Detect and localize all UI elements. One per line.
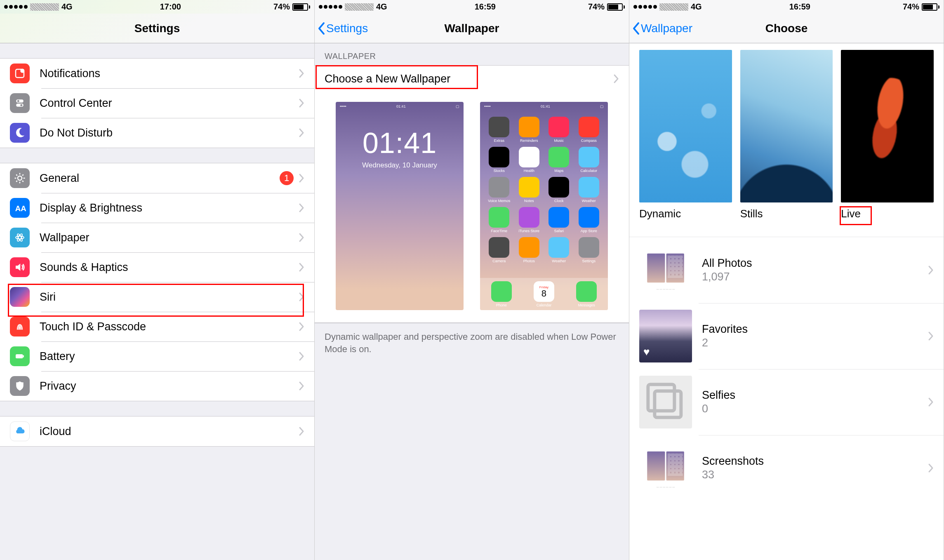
privacy-icon (10, 376, 30, 396)
chevron-right-icon (299, 203, 304, 213)
row-label: Notifications (40, 67, 299, 80)
settings-screen: 4G 17:00 74% Settings Notifications Cont… (0, 0, 315, 560)
notification-badge: 1 (280, 171, 294, 185)
album-count: 2 (702, 336, 928, 349)
app-calculator: Calculator (576, 147, 603, 173)
nav-bar: Settings (0, 14, 314, 43)
app-music: Music (546, 117, 572, 143)
chevron-right-icon (299, 128, 304, 138)
row-battery[interactable]: Battery (0, 341, 314, 371)
chevron-right-icon (299, 98, 304, 108)
album-thumb (639, 376, 692, 428)
do-not-disturb-icon (10, 123, 30, 143)
row-choose-new-wallpaper[interactable]: Choose a New Wallpaper (315, 66, 629, 92)
row-label: Privacy (40, 380, 299, 393)
status-time: 16:59 (789, 2, 810, 12)
category-label: Dynamic (639, 207, 681, 220)
app-safari: Safari (546, 207, 572, 233)
battery-percent: 74% (903, 2, 919, 12)
chevron-right-icon (299, 426, 304, 436)
footer-note: Dynamic wallpaper and perspective zoom a… (315, 323, 629, 362)
app-camera: Camera (486, 237, 513, 263)
app-weather: Weather (576, 177, 603, 203)
home-app-grid: ExtrasRemindersMusicCompassStocksHealthM… (486, 117, 602, 263)
battery-icon (607, 3, 625, 11)
status-bar: 4G 16:59 74% (629, 0, 944, 14)
settings-group-1: Notifications Control Center Do Not Dist… (0, 58, 314, 148)
album-selfies[interactable]: Selfies 0 (629, 369, 944, 435)
status-bar: 4G 17:00 74% (0, 0, 314, 14)
app-reminders: Reminders (516, 117, 543, 143)
preview-date: Wednesday, 10 January (362, 161, 437, 169)
nav-bar: Wallpaper Choose (629, 14, 944, 43)
category-dynamic[interactable]: Dynamic (639, 50, 732, 220)
chevron-right-icon (928, 331, 934, 341)
stills-thumb (740, 50, 833, 202)
category-live[interactable]: Live (841, 50, 934, 220)
app-settings: Settings (576, 237, 603, 263)
row-label: Sounds & Haptics (40, 261, 299, 274)
settings-group-3: iCloud (0, 416, 314, 447)
category-stills[interactable]: Stills (740, 50, 833, 220)
wallpaper-choose-group: Choose a New Wallpaper •••••01:41▢ 01:41… (315, 65, 629, 323)
album-thumb: ♥ (639, 310, 692, 362)
status-time: 16:59 (475, 2, 496, 12)
signal-dots-icon (633, 5, 657, 9)
nav-title: Wallpaper (445, 22, 499, 35)
nav-bar: Settings Wallpaper (315, 14, 629, 43)
row-do-not-disturb[interactable]: Do Not Disturb (0, 118, 314, 148)
album-thumb: — — — — — — (639, 442, 692, 494)
svg-point-11 (16, 236, 24, 239)
album-count: 1,097 (702, 271, 928, 283)
status-bar: 4G 16:59 74% (315, 0, 629, 14)
row-control-center[interactable]: Control Center (0, 88, 314, 118)
album-count: 33 (702, 468, 928, 481)
battery-percent: 74% (588, 2, 605, 12)
row-label: Siri (40, 291, 299, 304)
home-dock: PhoneFriday8CalendarMessages (480, 278, 608, 310)
album-name: All Photos (702, 257, 928, 270)
app-stocks: Stocks (486, 147, 513, 173)
row-notifications[interactable]: Notifications (0, 59, 314, 88)
chevron-right-icon (928, 463, 934, 473)
section-header-wallpaper: WALLPAPER (315, 43, 629, 65)
heart-icon: ♥ (643, 346, 650, 358)
signal-dots-icon (319, 5, 342, 9)
row-icloud[interactable]: iCloud (0, 416, 314, 446)
chevron-right-icon (299, 381, 304, 391)
row-touch-id-passcode[interactable]: Touch ID & Passcode (0, 312, 314, 341)
album-all-photos[interactable]: — — — — — — All Photos 1,097 (629, 237, 944, 303)
app-extras: Extras (486, 117, 513, 143)
lock-screen-preview[interactable]: •••••01:41▢ 01:41 Wednesday, 10 January (336, 102, 464, 310)
row-sounds-haptics[interactable]: Sounds & Haptics (0, 252, 314, 282)
live-thumb (841, 50, 934, 202)
album-screenshots[interactable]: — — — — — — Screenshots 33 (629, 435, 944, 501)
row-privacy[interactable]: Privacy (0, 371, 314, 401)
row-display-brightness[interactable]: AA Display & Brightness (0, 193, 314, 223)
back-button[interactable]: Settings (317, 21, 368, 35)
album-name: Screenshots (702, 455, 928, 468)
row-general[interactable]: General 1 (0, 163, 314, 193)
network-type: 4G (691, 2, 702, 12)
svg-rect-20 (654, 391, 681, 417)
icloud-icon (10, 421, 30, 441)
row-siri[interactable]: Siri (0, 282, 314, 312)
home-screen-preview[interactable]: •••••01:41▢ ExtrasRemindersMusicCompassS… (480, 102, 608, 310)
album-favorites[interactable]: ♥ Favorites 2 (629, 303, 944, 369)
app-maps: Maps (546, 147, 572, 173)
back-button[interactable]: Wallpaper (632, 21, 692, 35)
display-icon: AA (10, 198, 30, 218)
app-clock: Clock (546, 177, 572, 203)
carrier-label (659, 3, 688, 11)
chevron-right-icon (299, 262, 304, 272)
wallpaper-previews: •••••01:41▢ 01:41 Wednesday, 10 January … (315, 92, 629, 323)
row-label: Battery (40, 350, 299, 363)
chevron-left-icon (632, 21, 641, 35)
svg-point-7 (20, 104, 22, 106)
wallpaper-categories: Dynamic Stills Live (629, 43, 944, 224)
album-name: Favorites (702, 323, 928, 336)
row-label: Control Center (40, 97, 299, 110)
app-weather: Weather (546, 237, 572, 263)
status-time: 17:00 (160, 2, 181, 12)
row-wallpaper[interactable]: Wallpaper (0, 223, 314, 252)
